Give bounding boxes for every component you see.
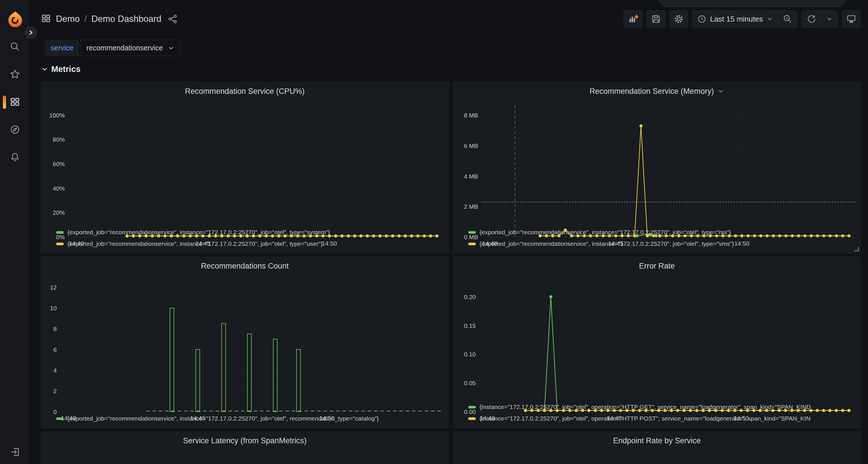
legend-label: {exported_job="recommendationservice", i… — [67, 240, 322, 247]
panel-header[interactable]: Endpoint Rate by Service — [453, 432, 861, 450]
legend-label: {instance="172.17.0.2:25270", job="otel"… — [479, 403, 811, 410]
clock-icon — [697, 14, 707, 24]
legend-swatch — [468, 406, 476, 408]
dashboards-icon[interactable] — [0, 92, 30, 112]
svg-text:100%: 100% — [49, 112, 65, 119]
panel-recommendation-cpu: Recommendation Service (CPU%) 0%20%40%60… — [41, 82, 449, 253]
svg-text:10: 10 — [50, 305, 57, 311]
panel-service-latency: Service Latency (from SpanMetrics) — [41, 431, 449, 464]
time-range-group: Last 15 minutes — [692, 10, 798, 28]
legend-item[interactable]: {exported_job="recommendationservice", i… — [56, 227, 445, 238]
variable-value-dropdown[interactable]: recommendationservice — [80, 40, 180, 56]
dashboard-toolbar: Last 15 minutes — [623, 10, 861, 28]
legend-label: {exported_job="recommendationservice", i… — [67, 415, 379, 422]
legend-item[interactable]: {exported_job="recommendationservice", i… — [468, 238, 857, 250]
zoom-out-button[interactable] — [778, 11, 797, 27]
panel-title[interactable]: Recommendation Service (CPU%) — [185, 87, 305, 96]
breadcrumb-folder[interactable]: Demo — [56, 14, 80, 24]
panel-title[interactable]: Recommendation Service (Memory) — [590, 87, 714, 96]
count-legend: {exported_job="recommendationservice", i… — [41, 412, 448, 428]
dashboard-settings-gear-icon[interactable] — [670, 10, 688, 28]
panel-title[interactable]: Service Latency (from SpanMetrics) — [183, 436, 306, 445]
svg-text:60%: 60% — [53, 161, 65, 167]
legend-item[interactable]: {instance="172.17.0.2:25270", job="otel"… — [468, 401, 857, 413]
memory-chart[interactable]: 0 MB2 MB4 MB6 MB8 MB14:4014:4514:50 — [453, 100, 861, 226]
legend-swatch — [468, 231, 476, 234]
search-icon[interactable] — [0, 36, 30, 57]
panel-title[interactable]: Endpoint Rate by Service — [613, 436, 701, 445]
share-icon[interactable] — [167, 14, 178, 24]
svg-text:0.15: 0.15 — [464, 322, 476, 329]
chevron-down-icon — [41, 65, 49, 73]
panel-menu-chevron-icon[interactable] — [717, 88, 724, 95]
panel-title[interactable]: Error Rate — [639, 262, 675, 271]
svg-text:8 MB: 8 MB — [464, 112, 478, 119]
legend-label: {exported_job="recommendationservice", i… — [479, 240, 734, 247]
svg-text:4 MB: 4 MB — [464, 173, 478, 179]
save-dashboard-button[interactable] — [647, 10, 665, 28]
chevron-down-icon — [826, 15, 833, 23]
svg-text:0.20: 0.20 — [464, 294, 476, 300]
legend-label: {exported_job="recommendationservice", i… — [67, 229, 330, 236]
legend-swatch — [468, 243, 476, 245]
cpu-chart[interactable]: 0%20%40%60%80%100%14:4014:4514:50 — [41, 100, 448, 226]
memory-legend: {exported_job="recommendationservice", i… — [453, 226, 861, 253]
panel-header[interactable]: Service Latency (from SpanMetrics) — [41, 432, 448, 450]
sidebar — [0, 0, 30, 464]
panel-endpoint-rate: Endpoint Rate by Service — [453, 431, 861, 464]
legend-swatch — [56, 243, 64, 245]
browser-popup-edge — [659, 0, 845, 7]
svg-text:20%: 20% — [53, 209, 65, 216]
legend-item[interactable]: {exported_job="recommendationservice", i… — [468, 227, 857, 238]
panel-header[interactable]: Recommendation Service (CPU%) — [41, 82, 448, 100]
add-panel-button[interactable] — [623, 10, 643, 28]
legend-item[interactable]: {exported_job="recommendationservice", i… — [56, 413, 445, 424]
svg-text:80%: 80% — [53, 136, 65, 143]
alerting-bell-icon[interactable] — [0, 147, 30, 168]
legend-label: {exported_job="recommendationservice", i… — [479, 229, 731, 236]
count-chart[interactable]: 02468101214:4014:4514:50 — [41, 275, 448, 412]
variable-value: recommendationservice — [86, 44, 163, 52]
svg-text:40%: 40% — [53, 185, 65, 192]
refresh-group — [802, 10, 838, 28]
svg-text:12: 12 — [50, 284, 57, 291]
time-range-picker[interactable]: Last 15 minutes — [693, 11, 778, 27]
svg-text:8: 8 — [53, 326, 57, 332]
kiosk-mode-button[interactable] — [842, 10, 861, 28]
svg-text:6 MB: 6 MB — [464, 142, 478, 149]
sign-in-icon[interactable] — [0, 441, 30, 462]
refresh-interval-dropdown[interactable] — [821, 11, 837, 27]
legend-swatch — [56, 231, 64, 234]
breadcrumb-separator: / — [84, 14, 87, 24]
legend-item[interactable]: {exported_job="recommendationservice", i… — [56, 238, 445, 250]
refresh-button[interactable] — [802, 11, 821, 27]
panel-resize-handle[interactable] — [854, 247, 859, 251]
error-rate-chart[interactable]: 0.000.050.100.150.2014:4014:4514:50 — [453, 275, 861, 401]
svg-text:0.05: 0.05 — [464, 380, 476, 386]
variable-label[interactable]: service — [45, 40, 79, 56]
row-title: Metrics — [51, 64, 81, 74]
svg-text:2 MB: 2 MB — [464, 203, 478, 210]
svg-text:0.10: 0.10 — [464, 351, 476, 358]
breadcrumb-dashboard[interactable]: Demo Dashboard — [91, 14, 161, 24]
row-metrics[interactable]: Metrics — [41, 62, 81, 76]
legend-swatch — [56, 418, 64, 420]
cpu-legend: {exported_job="recommendationservice", i… — [41, 226, 448, 253]
svg-text:6: 6 — [53, 346, 57, 353]
dashboards-grid-icon — [41, 13, 51, 25]
star-icon[interactable] — [0, 64, 30, 85]
expand-sidebar-button[interactable] — [24, 26, 37, 39]
legend-item[interactable]: {instance="172.17.0.2:25270", job="otel"… — [468, 413, 857, 424]
explore-compass-icon[interactable] — [0, 119, 30, 140]
panel-header[interactable]: Recommendations Count — [41, 257, 448, 275]
breadcrumb: Demo / Demo Dashboard — [41, 10, 178, 28]
chevron-down-icon — [766, 15, 773, 23]
panel-title[interactable]: Recommendations Count — [201, 262, 289, 271]
panel-header[interactable]: Recommendation Service (Memory) — [453, 82, 861, 100]
time-range-label: Last 15 minutes — [710, 15, 763, 24]
panel-header[interactable]: Error Rate — [453, 257, 861, 275]
legend-swatch — [468, 418, 476, 420]
panel-recommendations-count: Recommendations Count 02468101214:4014:4… — [41, 257, 449, 428]
chevron-down-icon — [167, 44, 175, 52]
grafana-logo[interactable] — [7, 11, 23, 27]
